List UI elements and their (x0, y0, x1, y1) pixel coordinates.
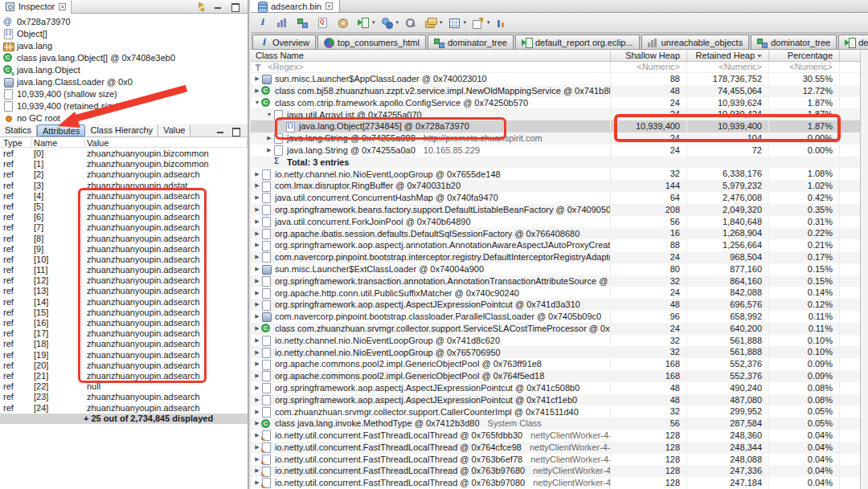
attribute-row[interactable]: ref[11]zhuanzhuanyoupin.adsearch (0, 265, 248, 275)
heap-row[interactable]: ▼class com.ctrip.framework.apollo.Config… (251, 97, 868, 109)
heap-row[interactable]: ▶io.netty.util.concurrent.FastThreadLoca… (251, 430, 868, 442)
expander-icon[interactable]: ▶ (253, 370, 261, 381)
column-shallow-heap[interactable]: Shallow Heap (611, 51, 687, 61)
export-icon-button[interactable]: ▾ (473, 18, 490, 27)
expander-icon[interactable]: ▶ (253, 204, 261, 215)
inspector-tree-item[interactable]: java.lang (0, 39, 248, 51)
heap-row[interactable]: ▶class com.bj58.zhuanzhuan.zzpt.v2.servi… (251, 85, 868, 97)
expander-icon[interactable]: ▶ (253, 406, 261, 418)
expander-icon[interactable]: ▶ (253, 454, 261, 465)
expander-icon[interactable]: ▶ (253, 418, 261, 429)
heap-row[interactable]: ▶io.netty.channel.nio.NioEventLoopGroup … (251, 168, 868, 180)
maximize-icon[interactable] (231, 126, 242, 136)
expander-icon[interactable]: ▶ (253, 251, 261, 263)
heap-row[interactable]: ▶sun.misc.Launcher$ExtClassLoader @ 0x74… (251, 263, 868, 275)
column-percentage[interactable]: Percentage (769, 51, 840, 61)
attribute-row[interactable]: ref[14]zhuanzhuanyoupin.adsearch (0, 297, 248, 308)
attribute-row[interactable]: ref[10]zhuanzhuanyoupin.adsearch (0, 255, 248, 265)
heap-row[interactable]: ▼java.util.ArrayList @ 0x74255a0702410,9… (251, 108, 868, 120)
attribute-row[interactable]: ref[24]zhuanzhuanyoupin.adsearch (0, 403, 248, 414)
heap-row[interactable]: Total: 3 entries (251, 157, 868, 169)
dropdown-arrow-icon[interactable]: ▾ (464, 19, 467, 26)
heap-row[interactable]: ▶com.navercorp.pinpoint.bootstrap.interc… (251, 251, 868, 263)
attribute-row[interactable]: ref[5]zhuanzhuanyoupin.adsearch (0, 202, 248, 212)
expander-icon[interactable]: ▶ (253, 169, 261, 180)
regex-filter[interactable]: <Regex> (251, 62, 611, 72)
expander-icon[interactable]: ▶ (265, 145, 273, 156)
heap-row[interactable]: ▶org.springframework.aop.aspectj.annotat… (251, 239, 868, 251)
histogram-icon-button[interactable] (277, 18, 291, 27)
info-icon-button[interactable] (257, 18, 271, 27)
expander-icon[interactable]: ▶ (253, 85, 261, 96)
expander-icon[interactable]: ▶ (253, 216, 261, 227)
dropdown-arrow-icon[interactable]: ▾ (487, 19, 490, 26)
heap-row[interactable]: ▶io.netty.util.concurrent.FastThreadLoca… (251, 477, 868, 489)
attribute-row[interactable]: ref[15]zhuanzhuanyoupin.adsearch (0, 308, 248, 318)
attribute-row[interactable]: ref[7]zhuanzhuanyoupin.adsearch (0, 222, 248, 233)
expander-icon[interactable]: ▶ (253, 180, 261, 191)
heap-row[interactable]: ▶java.util.concurrent.ForkJoinPool @ 0x7… (251, 216, 868, 228)
heap-row[interactable]: ▶org.springframework.aop.aspectj.AspectJ… (251, 299, 868, 311)
heap-row[interactable]: ▶java.lang.String @ 0x74255a088http://pr… (251, 132, 868, 145)
editor-tab-adsearch[interactable]: adsearch.bin (251, 0, 340, 12)
inspector-tree-item[interactable]: 10,939,400 (shallow size) (0, 88, 248, 100)
query-browser-icon-button[interactable]: ▾ (382, 18, 399, 27)
heap-row[interactable]: ▶com.zhuanzhuan.srvmgr.collector.support… (251, 405, 868, 418)
dropdown-arrow-icon[interactable]: ▾ (372, 19, 375, 26)
expander-icon[interactable]: ▶ (253, 465, 261, 476)
heap-row[interactable]: ▶org.springframework.aop.aspectj.AspectJ… (251, 382, 868, 394)
expander-icon[interactable]: ▶ (253, 239, 261, 251)
attribute-row[interactable]: ref[9]zhuanzhuanyoupin.adsearch (0, 244, 248, 255)
inspector-tree-item[interactable]: 10,939,400 (retained size) (0, 100, 248, 112)
heap-row[interactable]: java.lang.Object[2734845] @ 0x728a739701… (251, 120, 868, 132)
attribute-row[interactable]: ref[0]zhuanzhuanyoupin.bizcommon (0, 149, 248, 159)
minimize-icon[interactable] (216, 126, 227, 136)
attribute-row[interactable]: ref[22]null (0, 381, 248, 392)
thread-overview-icon-button[interactable] (338, 18, 351, 27)
result-tab-dominator-tree[interactable]: dominator_tree (751, 35, 837, 49)
column-name[interactable]: Name (32, 138, 85, 147)
result-tab-unreachable-objects[interactable]: unreachable_objects (641, 35, 750, 49)
attribute-row[interactable]: ref[18]zhuanzhuanyoupin.adsearch (0, 339, 248, 349)
expander-icon[interactable]: ▶ (253, 394, 261, 405)
expander-icon[interactable]: ▶ (253, 477, 261, 488)
heap-row[interactable]: ▶io.netty.util.concurrent.FastThreadLoca… (251, 454, 868, 466)
attribute-row[interactable]: ref[8]zhuanzhuanyoupin.adsearch (0, 234, 248, 244)
heap-row[interactable]: ▶sun.misc.Launcher$AppClassLoader @ 0x74… (251, 73, 868, 85)
dropdown-arrow-icon[interactable]: ▾ (440, 19, 443, 26)
attribute-row[interactable]: ref[21]zhuanzhuanyoupin.adsearch (0, 371, 248, 381)
attribute-row[interactable]: ref[4]zhuanzhuanyoupin.adsearch (0, 191, 248, 202)
expander-icon[interactable]: ▼ (265, 109, 273, 120)
attribute-row[interactable]: ref[20]zhuanzhuanyoupin.adsearch (0, 361, 248, 371)
expander-icon[interactable]: ▶ (253, 335, 261, 346)
dropdown-arrow-icon[interactable]: ▾ (396, 19, 399, 26)
inspector-tree-item[interactable]: java.lang.ClassLoader @ 0x0 (0, 75, 248, 88)
attribute-row[interactable]: ref[12]zhuanzhuanyoupin.adsearch (0, 275, 248, 286)
inspector-tab-attributes[interactable]: Attributes (37, 124, 85, 137)
compare-icon-button[interactable] (497, 18, 510, 27)
attribute-row[interactable]: ref[16]zhuanzhuanyoupin.adsearch (0, 318, 248, 328)
oql-icon-button[interactable] (317, 18, 331, 27)
maximize-icon[interactable] (231, 2, 241, 11)
column-type[interactable]: Type (0, 138, 32, 147)
heap-row[interactable]: ▶com.lmax.disruptor.RingBuffer @ 0x74003… (251, 180, 868, 192)
heap-row[interactable]: ▶org.springframework.transaction.annotat… (251, 275, 868, 287)
heap-row[interactable]: ▶io.netty.util.concurrent.FastThreadLoca… (251, 442, 868, 454)
result-tab-dominator-tree[interactable]: dominator_tree (428, 35, 514, 49)
inspector-tree-item[interactable]: java.lang.Object (0, 63, 248, 75)
heap-row[interactable]: ▶org.apache.http.conn.util.PublicSuffixM… (251, 287, 868, 299)
attribute-row[interactable]: ref[23]zhuanzhuanyoupin.adsearch (0, 392, 248, 402)
heap-row[interactable]: ▶class java.lang.invoke.MethodType @ 0x7… (251, 418, 868, 430)
expander-icon[interactable]: ▶ (253, 358, 261, 369)
expander-icon[interactable]: ▶ (253, 192, 261, 203)
attribute-row[interactable]: ref[17]zhuanzhuanyoupin.adsearch (0, 328, 248, 339)
inspector-tree-item[interactable]: 0x728a73970 (0, 15, 248, 27)
expander-icon[interactable]: ▶ (253, 347, 261, 358)
vertical-scrollbar[interactable] (860, 51, 868, 489)
result-tab-default-report-org-eclip-[interactable]: default_report org.eclip... (515, 35, 640, 49)
heap-row[interactable]: ▶io.netty.channel.nio.NioEventLoopGroup … (251, 346, 868, 358)
close-icon[interactable] (59, 3, 66, 10)
heap-row[interactable]: ▶org.springframework.beans.factory.suppo… (251, 204, 868, 216)
column-retained-heap[interactable]: Retained Heap (687, 51, 769, 61)
inspector-tab-class-hierarchy[interactable]: Class Hierarchy (85, 124, 158, 137)
